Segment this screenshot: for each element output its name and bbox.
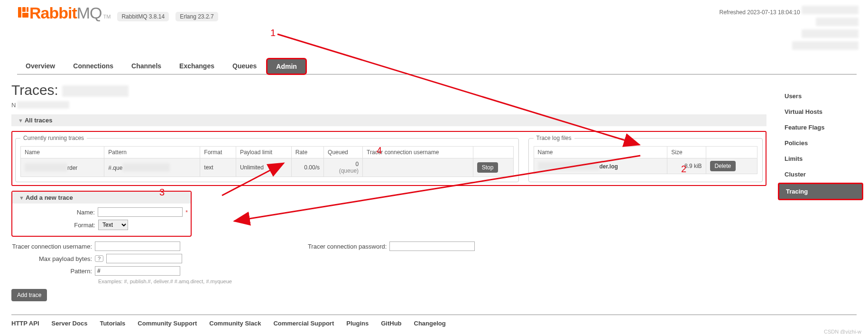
stop-button[interactable]: Stop — [477, 162, 499, 173]
main-content: Traces: N All traces Currently running t… — [0, 74, 778, 301]
logo: RabbitMQ TM — [17, 4, 111, 22]
page-title: Traces: — [11, 82, 766, 98]
refreshed-text: Refreshed 2023-07-13 18:04:10 — [720, 9, 800, 16]
annotation-3: 3 — [159, 187, 165, 198]
name-field[interactable] — [98, 207, 183, 217]
redacted — [25, 163, 67, 172]
sidebar-item-virtual-hosts[interactable]: Virtual Hosts — [778, 104, 863, 119]
running-traces-table: NamePatternFormatPayload limitRateQueued… — [20, 146, 514, 177]
refresh-status: Refreshed 2023-07-13 18:04:10 — [720, 4, 859, 51]
footer-link-http-api[interactable]: HTTP API — [11, 320, 39, 327]
sidebar-item-limits[interactable]: Limits — [778, 151, 863, 166]
redacted — [17, 101, 69, 109]
tab-queues[interactable]: Queues — [224, 59, 265, 74]
format-select[interactable]: TextJSON — [98, 220, 128, 230]
redacted — [792, 41, 859, 50]
annotation-1: 1 — [270, 28, 276, 38]
pattern-examples: Examples: #, publish.#, deliver.# #.amq.… — [98, 278, 232, 284]
main-tabs: OverviewConnectionsChannelsExchangesQueu… — [17, 59, 857, 74]
footer-link-community-support[interactable]: Community Support — [138, 320, 197, 327]
password-field[interactable] — [389, 241, 475, 251]
add-trace-button[interactable]: Add trace — [11, 289, 47, 301]
footer-link-tutorials[interactable]: Tutorials — [100, 320, 125, 327]
sidebar-item-tracing[interactable]: Tracing — [778, 183, 863, 200]
svg-rect-3 — [27, 7, 28, 12]
pattern-label: Pattern: — [12, 268, 95, 275]
log-files-table: NameSize der.log 8.9 kiB Delete — [534, 146, 758, 174]
name-label: Name: — [15, 209, 98, 216]
tab-exchanges[interactable]: Exchanges — [171, 59, 223, 74]
footer-link-changelog[interactable]: Changelog — [414, 320, 446, 327]
running-traces-fieldset: Currently running traces NamePatternForm… — [15, 135, 519, 182]
section-all-traces[interactable]: All traces — [11, 114, 766, 126]
cell-username — [363, 158, 473, 177]
redacted — [62, 85, 129, 97]
footer-link-github[interactable]: GitHub — [381, 320, 401, 327]
cell-format: text — [200, 158, 236, 177]
pass-label: Tracer connection password: — [308, 243, 389, 250]
table-row: rder #.que text Unlimited 0.00/s 0(queue… — [21, 158, 514, 177]
watermark: CSDN @yizhi-w — [824, 329, 861, 334]
rabbitmq-icon — [17, 6, 29, 19]
annotation-2: 2 — [681, 164, 686, 175]
tab-overview[interactable]: Overview — [17, 59, 64, 74]
cell-queued: 0(queue) — [324, 158, 363, 177]
redacted — [122, 163, 170, 172]
redacted — [538, 162, 600, 170]
erlang-version-badge: Erlang 23.2.7 — [175, 12, 218, 21]
annotation-4: 4 — [377, 145, 382, 156]
delete-button[interactable]: Delete — [710, 161, 736, 171]
tab-admin[interactable]: Admin — [266, 58, 307, 75]
traces-box: Currently running traces NamePatternForm… — [11, 131, 766, 186]
cell-rate: 0.00/s — [291, 158, 323, 177]
redacted — [802, 29, 859, 38]
username-field[interactable] — [95, 241, 180, 251]
running-legend: Currently running traces — [20, 135, 87, 141]
tab-channels[interactable]: Channels — [123, 59, 170, 74]
redacted — [816, 18, 859, 26]
max-payload-field[interactable] — [106, 254, 182, 263]
svg-rect-1 — [22, 7, 26, 12]
sidebar-item-policies[interactable]: Policies — [778, 136, 863, 150]
redacted — [802, 6, 859, 14]
logo-tm: TM — [103, 14, 111, 19]
logo-text-mq: MQ — [77, 4, 102, 22]
logo-text-rabbit: Rabbit — [29, 4, 77, 22]
help-icon[interactable]: ? — [95, 255, 103, 262]
footer-link-community-slack[interactable]: Community Slack — [209, 320, 261, 327]
node-label: N — [11, 101, 766, 109]
footer-link-server-docs[interactable]: Server Docs — [52, 320, 88, 327]
cell-payload-limit: Unlimited — [236, 158, 291, 177]
svg-rect-0 — [18, 7, 21, 18]
max-label: Max payload bytes: — [12, 255, 95, 262]
rabbitmq-version-badge: RabbitMQ 3.8.14 — [117, 12, 169, 21]
footer: HTTP APIServer DocsTutorialsCommunity Su… — [11, 315, 857, 327]
tab-connections[interactable]: Connections — [65, 59, 122, 74]
footer-link-plugins[interactable]: Plugins — [346, 320, 369, 327]
sidebar-item-feature-flags[interactable]: Feature Flags — [778, 120, 863, 135]
sidebar-item-users[interactable]: Users — [778, 89, 863, 103]
svg-rect-2 — [22, 13, 28, 18]
admin-sidebar: UsersVirtual HostsFeature FlagsPoliciesL… — [778, 74, 868, 301]
log-files-fieldset: Trace log files NameSize der.log 8.9 kiB… — [528, 135, 763, 182]
sidebar-item-cluster[interactable]: Cluster — [778, 167, 863, 182]
table-row: der.log 8.9 kiB Delete — [534, 158, 757, 174]
footer-link-commercial-support[interactable]: Commercial Support — [273, 320, 334, 327]
header: RabbitMQ TM RabbitMQ 3.8.14 Erlang 23.2.… — [0, 0, 868, 51]
user-label: Tracer connection username: — [12, 243, 95, 250]
pattern-field[interactable] — [95, 266, 180, 276]
logs-legend: Trace log files — [534, 135, 574, 141]
logo-area: RabbitMQ TM RabbitMQ 3.8.14 Erlang 23.2.… — [17, 4, 218, 22]
format-label: Format: — [15, 222, 98, 229]
cell-size: 8.9 kiB — [667, 158, 706, 174]
